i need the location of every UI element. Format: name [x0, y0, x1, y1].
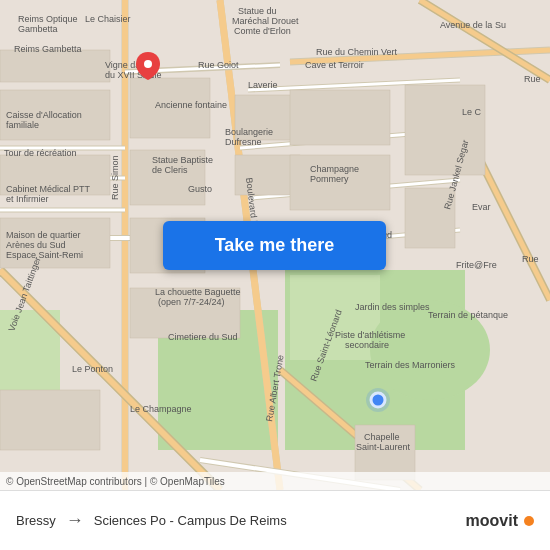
svg-text:Pommery: Pommery	[310, 174, 349, 184]
svg-text:(open 7/7-24/24): (open 7/7-24/24)	[158, 297, 225, 307]
svg-text:Rue Goiot: Rue Goiot	[198, 60, 239, 70]
svg-text:Le Champagne: Le Champagne	[130, 404, 192, 414]
svg-text:Reims Gambetta: Reims Gambetta	[14, 44, 82, 54]
svg-text:Ancienne fontaine: Ancienne fontaine	[155, 100, 227, 110]
svg-text:Chapelle: Chapelle	[364, 432, 400, 442]
svg-text:Caisse d'Allocation: Caisse d'Allocation	[6, 110, 82, 120]
svg-text:Champagne: Champagne	[310, 164, 359, 174]
svg-text:Saint-Laurent: Saint-Laurent	[356, 442, 411, 452]
svg-text:Laverie: Laverie	[248, 80, 278, 90]
svg-text:Statue Baptiste: Statue Baptiste	[152, 155, 213, 165]
svg-text:Statue du: Statue du	[238, 6, 277, 16]
route-arrow: →	[56, 510, 94, 531]
arrow-icon: →	[66, 510, 84, 531]
svg-text:Maréchal Drouet: Maréchal Drouet	[232, 16, 299, 26]
svg-point-112	[144, 60, 152, 68]
svg-text:Gusto: Gusto	[188, 184, 212, 194]
svg-rect-49	[290, 90, 390, 145]
to-label: Sciences Po - Campus De Reims	[94, 513, 287, 528]
svg-text:Avenue de la Su: Avenue de la Su	[440, 20, 506, 30]
svg-text:Rue Simon: Rue Simon	[110, 155, 120, 200]
svg-rect-51	[405, 85, 485, 175]
svg-text:Maison de quartier: Maison de quartier	[6, 230, 81, 240]
svg-text:Arènes du Sud: Arènes du Sud	[6, 240, 66, 250]
svg-text:Espace Saint-Remi: Espace Saint-Remi	[6, 250, 83, 260]
svg-text:Comte d'Erlon: Comte d'Erlon	[234, 26, 291, 36]
svg-text:Rue du Chemin Vert: Rue du Chemin Vert	[316, 47, 398, 57]
svg-text:Gambetta: Gambetta	[18, 24, 58, 34]
moovit-dot	[524, 516, 534, 526]
svg-text:Terrain des Marroniers: Terrain des Marroniers	[365, 360, 456, 370]
svg-text:Le Chaisier: Le Chaisier	[85, 14, 131, 24]
map-container: Reims Optique Gambetta Le Chaisier Reims…	[0, 0, 550, 490]
svg-text:Dufresne: Dufresne	[225, 137, 262, 147]
svg-text:Cimetiere du Sud: Cimetiere du Sud	[168, 332, 238, 342]
svg-text:Cave et Terroir: Cave et Terroir	[305, 60, 364, 70]
moovit-brand-text: moovit	[466, 512, 518, 530]
svg-text:Boulangerie: Boulangerie	[225, 127, 273, 137]
take-me-there-button[interactable]: Take me there	[163, 221, 386, 270]
svg-text:Terrain de pétanque: Terrain de pétanque	[428, 310, 508, 320]
moovit-logo: moovit	[466, 512, 534, 530]
svg-text:Rue: Rue	[524, 74, 541, 84]
svg-text:Evar: Evar	[472, 202, 491, 212]
svg-point-114	[366, 388, 390, 412]
svg-text:Reims Optique: Reims Optique	[18, 14, 78, 24]
svg-text:et Infirmier: et Infirmier	[6, 194, 49, 204]
svg-text:Le Ponton: Le Ponton	[72, 364, 113, 374]
svg-text:familiale: familiale	[6, 120, 39, 130]
svg-text:Le C: Le C	[462, 107, 482, 117]
route-from: Bressy	[16, 513, 56, 528]
map-attribution: © OpenStreetMap contributors | © OpenMap…	[0, 472, 550, 490]
svg-text:Rue: Rue	[522, 254, 539, 264]
svg-text:Piste d'athlétisme: Piste d'athlétisme	[335, 330, 405, 340]
svg-text:Jardin des simples: Jardin des simples	[355, 302, 430, 312]
svg-rect-46	[0, 50, 110, 82]
svg-rect-54	[0, 390, 100, 450]
from-label: Bressy	[16, 513, 56, 528]
attribution-text: © OpenStreetMap contributors | © OpenMap…	[6, 476, 225, 487]
svg-text:de Cleris: de Cleris	[152, 165, 188, 175]
svg-text:La chouette Baguette: La chouette Baguette	[155, 287, 241, 297]
svg-text:Cabinet Médical PTT: Cabinet Médical PTT	[6, 184, 91, 194]
svg-text:Tour de récréation: Tour de récréation	[4, 148, 77, 158]
bottom-bar: Bressy → Sciences Po - Campus De Reims m…	[0, 490, 550, 550]
svg-text:Frite@Fre: Frite@Fre	[456, 260, 497, 270]
svg-text:secondaire: secondaire	[345, 340, 389, 350]
route-to: Sciences Po - Campus De Reims	[94, 513, 287, 528]
